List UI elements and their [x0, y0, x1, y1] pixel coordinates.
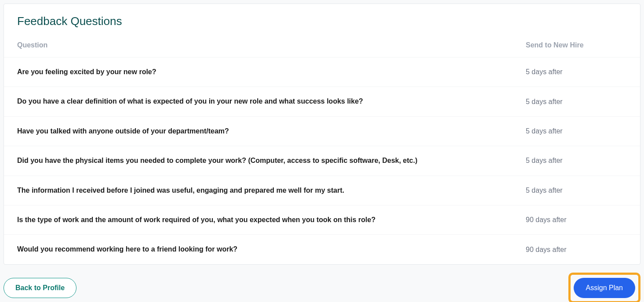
question-timing: 90 days after: [526, 246, 627, 254]
question-row: Do you have a clear definition of what i…: [4, 86, 640, 116]
card-title: Feedback Questions: [4, 4, 640, 41]
question-timing: 5 days after: [526, 68, 627, 76]
question-text: The information I received before I join…: [17, 186, 526, 195]
question-timing: 5 days after: [526, 157, 627, 165]
question-text: Do you have a clear definition of what i…: [17, 97, 526, 106]
back-to-profile-button[interactable]: Back to Profile: [4, 278, 76, 298]
question-text: Would you recommend working here to a fr…: [17, 244, 526, 254]
question-timing: 5 days after: [526, 187, 627, 194]
question-row: Have you talked with anyone outside of y…: [4, 116, 640, 146]
question-row: Did you have the physical items you need…: [4, 146, 640, 175]
question-timing: 5 days after: [526, 98, 627, 106]
question-text: Is the type of work and the amount of wo…: [17, 215, 526, 225]
assign-plan-button[interactable]: Assign Plan: [574, 278, 636, 298]
question-timing: 90 days after: [526, 216, 627, 224]
question-row: The information I received before I join…: [4, 176, 640, 205]
question-row: Are you feeling excited by your new role…: [4, 57, 640, 86]
question-text: Have you talked with anyone outside of y…: [17, 126, 526, 136]
feedback-questions-card: Feedback Questions Question Send to New …: [4, 4, 640, 265]
table-header: Question Send to New Hire: [4, 41, 640, 57]
question-timing: 5 days after: [526, 127, 627, 135]
question-text: Are you feeling excited by your new role…: [17, 67, 526, 77]
question-text: Did you have the physical items you need…: [17, 156, 526, 165]
question-row: Is the type of work and the amount of wo…: [4, 205, 640, 234]
column-header-question: Question: [17, 41, 526, 49]
column-header-send: Send to New Hire: [526, 41, 627, 49]
footer: Back to Profile Assign Plan: [4, 265, 640, 302]
question-row: Would you recommend working here to a fr…: [4, 234, 640, 264]
assign-highlight-wrapper: Assign Plan: [568, 273, 641, 302]
